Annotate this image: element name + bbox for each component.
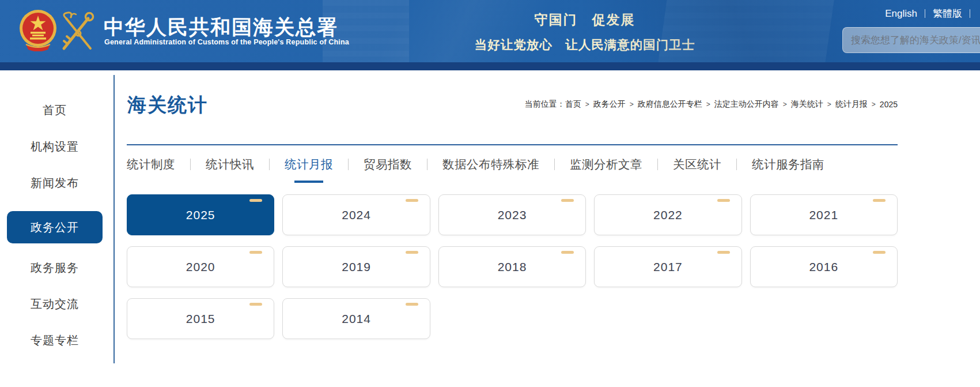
gold-dash-decoration xyxy=(873,199,886,202)
header-link-separator xyxy=(925,9,925,18)
year-card-2018[interactable]: 2018 xyxy=(438,246,586,287)
sidebar-nav: 首页机构设置新闻发布政务公开政务服务互动交流专题专栏 xyxy=(0,75,115,363)
year-card-label: 2019 xyxy=(342,260,371,274)
header-link-separator xyxy=(970,9,970,18)
page-title: 海关统计 xyxy=(127,92,208,118)
customs-key-logo-icon xyxy=(59,12,95,52)
year-card-label: 2024 xyxy=(342,208,371,222)
tab-监测分析文章[interactable]: 监测分析文章 xyxy=(570,156,642,183)
tab-统计月报[interactable]: 统计月报 xyxy=(285,156,333,183)
breadcrumb-prefix: 当前位置： xyxy=(525,99,565,110)
year-card-label: 2022 xyxy=(653,208,683,222)
year-cards-grid: 2025202420232022202120202019201820172016… xyxy=(127,194,898,339)
year-card-2016[interactable]: 2016 xyxy=(750,246,898,287)
breadcrumb: 当前位置：首页>政务公开>政府信息公开专栏>法定主动公开内容>海关统计>统计月报… xyxy=(525,99,898,110)
breadcrumb-separator: > xyxy=(630,100,634,108)
tab-separator xyxy=(657,159,658,170)
gold-dash-decoration xyxy=(561,199,574,202)
org-name-cn: 中华人民共和国海关总署 xyxy=(104,14,338,41)
tab-统计快讯[interactable]: 统计快讯 xyxy=(206,156,254,183)
gold-dash-decoration xyxy=(249,251,262,254)
gold-dash-decoration xyxy=(561,251,574,254)
tab-separator xyxy=(190,159,191,170)
header-link-繁體版[interactable]: 繁體版 xyxy=(933,7,962,20)
breadcrumb-separator: > xyxy=(706,100,710,108)
org-name-en: General Administration of Customs of the… xyxy=(104,38,349,46)
year-card-2021[interactable]: 2021 xyxy=(750,194,898,235)
search-box xyxy=(842,27,980,53)
slogan-line-2: 当好让党放心 让人民满意的国门卫士 xyxy=(455,36,714,53)
year-card-label: 2015 xyxy=(186,312,215,326)
tab-separator xyxy=(554,159,555,170)
gold-dash-decoration xyxy=(406,251,418,254)
header-link-English[interactable]: English xyxy=(885,8,917,20)
year-card-2025[interactable]: 2025 xyxy=(127,194,274,235)
breadcrumb-item-政府信息公开专栏[interactable]: 政府信息公开专栏 xyxy=(638,99,702,110)
year-card-2019[interactable]: 2019 xyxy=(282,246,430,287)
tab-separator xyxy=(269,159,270,170)
tab-separator xyxy=(736,159,737,170)
year-card-2017[interactable]: 2017 xyxy=(594,246,741,287)
title-divider xyxy=(127,144,898,145)
year-card-label: 2023 xyxy=(498,208,527,222)
sidebar-item-新闻发布[interactable]: 新闻发布 xyxy=(0,165,109,201)
year-card-label: 2016 xyxy=(809,260,838,274)
sidebar-item-政务服务[interactable]: 政务服务 xyxy=(0,250,109,286)
year-card-2023[interactable]: 2023 xyxy=(438,194,586,235)
gold-dash-decoration xyxy=(873,251,886,254)
year-card-2015[interactable]: 2015 xyxy=(127,298,274,339)
sidebar-item-政务公开[interactable]: 政务公开 xyxy=(7,211,103,243)
year-card-2020[interactable]: 2020 xyxy=(127,246,274,287)
tab-统计服务指南[interactable]: 统计服务指南 xyxy=(752,156,824,183)
breadcrumb-item-统计月报[interactable]: 统计月报 xyxy=(835,99,868,110)
year-card-label: 2018 xyxy=(498,260,527,274)
breadcrumb-item-法定主动公开内容[interactable]: 法定主动公开内容 xyxy=(714,99,779,110)
gold-dash-decoration xyxy=(249,303,262,306)
statistics-tabs: 统计制度统计快讯统计月报贸易指数数据公布特殊标准监测分析文章关区统计统计服务指南 xyxy=(127,156,824,183)
tab-贸易指数[interactable]: 贸易指数 xyxy=(364,156,412,183)
gold-dash-decoration xyxy=(717,199,730,202)
gold-dash-decoration xyxy=(717,251,730,254)
year-card-2014[interactable]: 2014 xyxy=(282,298,430,339)
sidebar-item-首页[interactable]: 首页 xyxy=(0,92,109,129)
breadcrumb-item-首页[interactable]: 首页 xyxy=(565,99,581,110)
year-card-label: 2025 xyxy=(186,208,215,222)
year-card-label: 2021 xyxy=(809,208,838,222)
breadcrumb-separator: > xyxy=(872,100,876,108)
search-input[interactable] xyxy=(843,28,980,52)
header-bottom-strip xyxy=(0,62,980,70)
customs-gov-page: 中华人民共和国海关总署 General Administration of Cu… xyxy=(0,0,980,387)
tab-separator xyxy=(348,159,349,170)
breadcrumb-item-2025[interactable]: 2025 xyxy=(880,100,898,109)
site-header: 中华人民共和国海关总署 General Administration of Cu… xyxy=(0,0,980,62)
gold-dash-decoration xyxy=(249,199,262,202)
sidebar-item-互动交流[interactable]: 互动交流 xyxy=(0,286,109,322)
breadcrumb-separator: > xyxy=(827,100,831,108)
breadcrumb-item-政务公开[interactable]: 政务公开 xyxy=(593,99,626,110)
national-emblem-icon xyxy=(19,9,57,51)
year-card-2024[interactable]: 2024 xyxy=(282,194,430,235)
breadcrumb-separator: > xyxy=(783,100,787,108)
year-card-2022[interactable]: 2022 xyxy=(594,194,741,235)
tab-关区统计[interactable]: 关区统计 xyxy=(673,156,721,183)
tab-统计制度[interactable]: 统计制度 xyxy=(127,156,175,183)
year-card-label: 2020 xyxy=(186,260,215,274)
slogan-line-1: 守国门 促发展 xyxy=(455,11,714,29)
sidebar-item-专题专栏[interactable]: 专题专栏 xyxy=(0,322,109,359)
tab-数据公布特殊标准[interactable]: 数据公布特殊标准 xyxy=(442,156,539,183)
tab-separator xyxy=(427,159,427,170)
breadcrumb-item-海关统计[interactable]: 海关统计 xyxy=(791,99,823,110)
sidebar-item-机构设置[interactable]: 机构设置 xyxy=(0,129,109,165)
breadcrumb-separator: > xyxy=(585,100,589,108)
year-card-label: 2014 xyxy=(342,312,371,326)
year-card-label: 2017 xyxy=(653,260,683,274)
gold-dash-decoration xyxy=(406,303,418,306)
gold-dash-decoration xyxy=(406,199,418,202)
header-links: English繁體版 xyxy=(885,7,978,20)
